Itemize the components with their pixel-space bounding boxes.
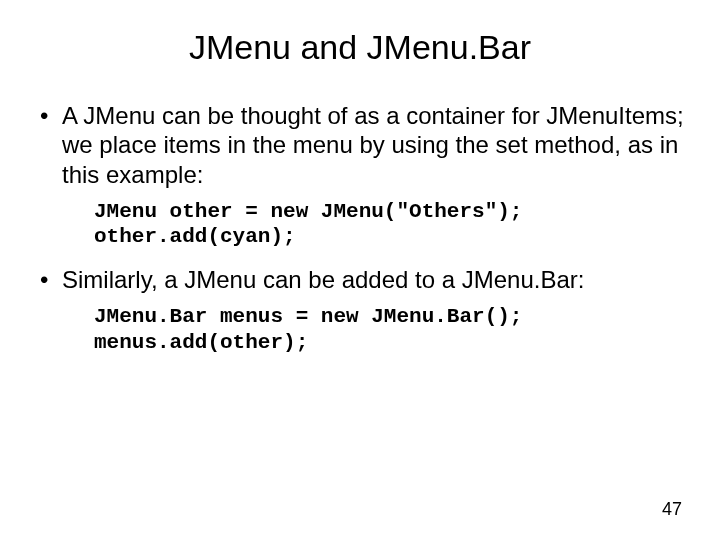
bullet-text: Similarly, a JMenu can be added to a JMe… xyxy=(62,266,585,293)
bullet-text: A JMenu can be thought of as a container… xyxy=(62,102,684,188)
bullet-item: A JMenu can be thought of as a container… xyxy=(36,101,684,189)
slide: JMenu and JMenu.Bar A JMenu can be thoug… xyxy=(0,0,720,540)
code-block: JMenu.Bar menus = new JMenu.Bar(); menus… xyxy=(94,304,684,354)
bullet-item: Similarly, a JMenu can be added to a JMe… xyxy=(36,265,684,294)
bullet-list: A JMenu can be thought of as a container… xyxy=(36,101,684,189)
bullet-list: Similarly, a JMenu can be added to a JMe… xyxy=(36,265,684,294)
slide-title: JMenu and JMenu.Bar xyxy=(36,28,684,67)
page-number: 47 xyxy=(662,499,682,520)
code-block: JMenu other = new JMenu("Others"); other… xyxy=(94,199,684,249)
